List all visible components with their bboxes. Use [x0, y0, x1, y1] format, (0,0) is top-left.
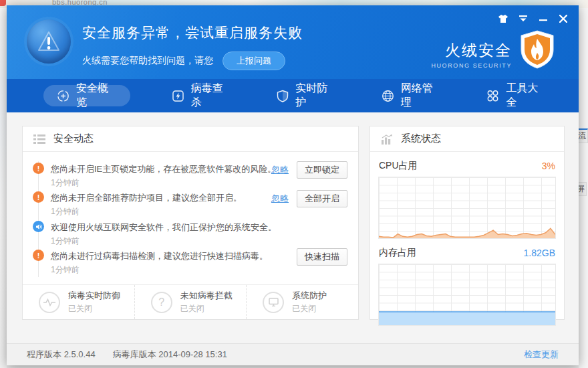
memory-usage-label: 内存占用 — [379, 247, 416, 259]
report-problem-button[interactable]: 上报问题 — [223, 52, 285, 70]
background-red-dot — [0, 0, 6, 6]
brand-shield-icon — [519, 29, 556, 72]
feed-item-welcome: 欢迎使用火绒互联网安全软件，我们正保护您的系统安全。 1分钟前 — [23, 219, 358, 248]
system-panel-title: 系统状态 — [401, 132, 441, 145]
feed-item-time: 1分钟前 — [51, 264, 80, 276]
warning-ball-icon — [27, 19, 71, 64]
alert-icon: ! — [33, 163, 44, 174]
feed-item-text: 您尚未进行过病毒扫描检测，建议您进行快速扫描病毒。 — [51, 250, 268, 262]
program-version-value: 2.5.0.44 — [64, 349, 96, 359]
status-label: 系统防护 — [292, 290, 327, 302]
cpu-usage-chart — [378, 177, 556, 239]
nav-tab-security-overview[interactable]: 安全概览 — [43, 85, 130, 106]
bar-chart-icon — [381, 134, 393, 145]
nav-tab-virus-scan[interactable]: 病毒查杀 — [158, 85, 245, 106]
alert-title: 安全服务异常，尝试重启服务失败 — [82, 23, 303, 42]
feed-item-text: 欢迎使用火绒互联网安全软件，我们正保护您的系统安全。 — [51, 221, 277, 234]
enable-all-button[interactable]: 全部开启 — [297, 190, 347, 207]
nav-tab-label: 病毒查杀 — [191, 82, 232, 110]
feed-item-time: 1分钟前 — [51, 206, 80, 217]
close-icon[interactable] — [553, 11, 573, 27]
feed-item-text: 您尚未开启全部推荐防护项目，建议您全部开启。 — [51, 192, 242, 204]
protection-status-row: 病毒实时防御 已关闭 ? 未知病毒拦截 已关闭 系统防 — [23, 284, 358, 319]
content-area: 安全动态 ! 您尚未开启IE主页锁定功能，存在被恶意软件篡改的风险。 1分钟前 … — [7, 112, 579, 343]
check-update-link[interactable]: 检查更新 — [524, 349, 559, 361]
status-state: 已关闭 — [68, 303, 120, 314]
quick-scan-button[interactable]: 快速扫描 — [297, 248, 347, 266]
feed-item-text: 您尚未开启IE主页锁定功能，存在被恶意软件篡改的风险。 — [51, 163, 276, 175]
status-label: 未知病毒拦截 — [180, 290, 233, 302]
virus-db-version-value: 2014-09-28 15:31 — [158, 349, 227, 359]
alert-icon: ! — [33, 250, 44, 261]
network-globe-icon — [382, 90, 394, 102]
status-state: 已关闭 — [180, 303, 233, 314]
status-system-protection: 系统防护 已关闭 — [246, 285, 358, 319]
program-version-label: 程序版本 — [27, 349, 61, 359]
status-unknown-virus: ? 未知病毒拦截 已关闭 — [134, 285, 247, 319]
realtime-shield-icon — [277, 90, 289, 102]
nav-tab-label: 实时防护 — [295, 82, 336, 110]
desktop-background-left — [0, 8, 7, 368]
memory-usage-value: 1.82GB — [524, 248, 555, 258]
memory-usage-chart — [378, 264, 556, 326]
status-bar: 程序版本 2.5.0.44 病毒库版本 2014-09-28 15:31 检查更… — [7, 343, 579, 365]
nav-tab-label: 安全概览 — [76, 82, 117, 110]
feed-list-icon — [33, 134, 45, 145]
alert-banner: 安全服务异常，尝试重启服务失败 火绒需要您帮助找到问题，请您 上报问题 火绒安全… — [7, 5, 579, 79]
main-navigation: 安全概览 病毒查杀 实时防护 网络管理 工具大全 — [7, 79, 579, 112]
main-menu-icon[interactable] — [513, 11, 533, 27]
status-state: 已关闭 — [292, 303, 327, 314]
nav-tab-label: 网络管理 — [401, 82, 442, 110]
huorong-security-window: 安全服务异常，尝试重启服务失败 火绒需要您帮助找到问题，请您 上报问题 火绒安全… — [7, 5, 579, 365]
lock-now-button[interactable]: 立即锁定 — [297, 161, 347, 179]
cpu-usage-label: CPU占用 — [379, 160, 418, 172]
monitor-icon — [263, 292, 284, 313]
feed-item-ie-lock: ! 您尚未开启IE主页锁定功能，存在被恶意软件篡改的风险。 1分钟前 忽略 立即… — [23, 161, 358, 190]
system-status-panel: 系统状态 CPU占用 3% 内存占用 1.82GB — [370, 126, 565, 320]
brand-slogan: HUORONG SECURITY — [431, 62, 512, 69]
security-feed-panel: 安全动态 ! 您尚未开启IE主页锁定功能，存在被恶意软件篡改的风险。 1分钟前 … — [22, 126, 359, 320]
cpu-usage-value: 3% — [542, 161, 555, 171]
nav-tab-realtime-protection[interactable]: 实时防护 — [263, 85, 349, 106]
minimize-icon[interactable] — [533, 11, 553, 27]
feed-item-time: 1分钟前 — [51, 236, 80, 247]
virus-db-version-label: 病毒库版本 — [113, 349, 156, 359]
brand-name: 火绒安全 — [431, 40, 512, 61]
feed-item-scan: ! 您尚未进行过病毒扫描检测，建议您进行快速扫描病毒。 1分钟前 快速扫描 — [23, 248, 358, 277]
status-label: 病毒实时防御 — [68, 290, 120, 302]
pulse-icon — [39, 292, 60, 313]
skin-shirt-icon[interactable] — [493, 11, 513, 27]
feed-panel-title: 安全动态 — [53, 132, 94, 145]
tools-grid-icon — [486, 90, 499, 102]
nav-tab-label: 工具大全 — [506, 82, 547, 110]
ignore-link[interactable]: 忽略 — [271, 164, 289, 176]
overview-circle-plus-icon — [57, 90, 69, 102]
feed-item-time: 1分钟前 — [51, 177, 80, 189]
nav-tab-network-management[interactable]: 网络管理 — [368, 85, 455, 106]
speaker-icon — [33, 221, 44, 232]
alert-subtitle: 火绒需要您帮助找到问题，请您 — [82, 55, 213, 67]
alert-icon: ! — [33, 191, 44, 203]
virus-scan-bolt-icon — [172, 90, 184, 102]
feed-item-protection: ! 您尚未开启全部推荐防护项目，建议您全部开启。 1分钟前 忽略 全部开启 — [23, 190, 358, 219]
status-realtime-defense: 病毒实时防御 已关闭 — [23, 285, 134, 319]
question-icon: ? — [151, 292, 172, 313]
feed-list: ! 您尚未开启IE主页锁定功能，存在被恶意软件篡改的风险。 1分钟前 忽略 立即… — [23, 152, 358, 285]
nav-tab-toolbox[interactable]: 工具大全 — [473, 85, 560, 106]
ignore-link[interactable]: 忽略 — [271, 193, 289, 205]
